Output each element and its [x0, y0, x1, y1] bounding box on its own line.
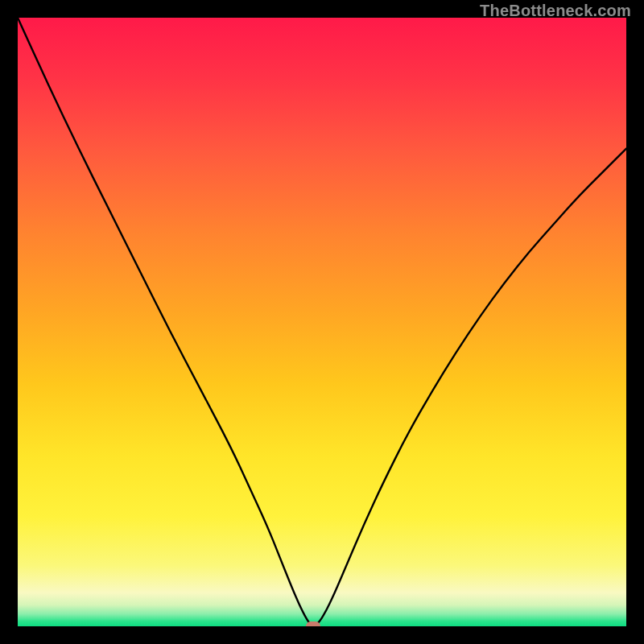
minimum-marker [306, 621, 320, 626]
plot-area [18, 18, 626, 626]
chart-frame: TheBottleneck.com [0, 0, 644, 644]
bottleneck-curve [18, 18, 626, 626]
